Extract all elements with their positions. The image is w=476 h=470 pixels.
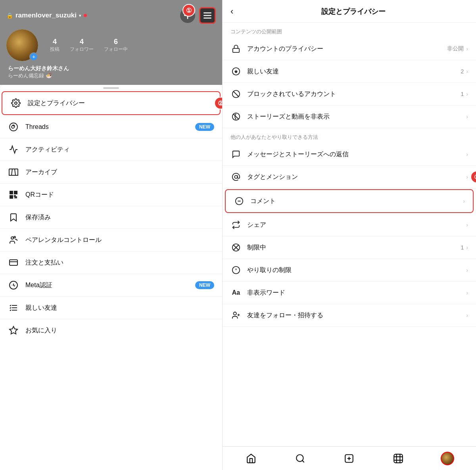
- back-button[interactable]: ‹: [230, 6, 233, 17]
- add-photo-button[interactable]: +: [29, 52, 38, 61]
- interactions-header: 他の人があなたとやり取りできる方法: [223, 128, 476, 143]
- star-icon: [230, 66, 242, 77]
- blocked-value: 1: [461, 91, 464, 97]
- follow-invite-label: 友達をフォロー・招待する: [247, 311, 466, 320]
- hidden-words-icon: Aa: [230, 287, 242, 298]
- chevron-right-icon: ›: [466, 222, 468, 228]
- parental-label: ペアレンタルコントロール: [25, 236, 214, 244]
- content-visibility-header: コンテンツの公開範囲: [223, 23, 476, 38]
- account-privacy-icon: [230, 43, 242, 54]
- annotation-2: ②: [214, 97, 222, 109]
- archive-icon: [8, 167, 19, 178]
- chevron-right-icon: ›: [466, 91, 468, 97]
- activity-icon: [8, 144, 19, 155]
- svg-rect-9: [10, 260, 17, 265]
- at-icon: [230, 171, 242, 182]
- threads-new-badge: NEW: [195, 123, 214, 131]
- svg-point-23: [234, 175, 237, 178]
- messages-stories-item[interactable]: メッセージとストーリーズへの返信 ›: [223, 143, 476, 166]
- hidden-words-item[interactable]: Aa 非表示ワード ›: [223, 282, 476, 304]
- chevron-right-icon: ›: [466, 113, 468, 120]
- archive-label: アーカイブ: [25, 168, 214, 176]
- chevron-down-icon: ▾: [79, 13, 81, 18]
- message-icon: [230, 149, 242, 160]
- menu-item-threads[interactable]: Threads NEW: [0, 116, 222, 138]
- qr-label: QRコード: [25, 191, 214, 199]
- svg-line-36: [302, 460, 304, 462]
- svg-point-8: [14, 236, 15, 238]
- orders-label: 注文と支払い: [25, 259, 214, 267]
- menu-item-parental[interactable]: ペアレンタルコントロール: [0, 229, 222, 251]
- menu-item-orders[interactable]: 注文と支払い: [0, 251, 222, 274]
- profile-nav-button[interactable]: [439, 450, 456, 467]
- svg-rect-6: [11, 196, 12, 198]
- svg-line-22: [234, 114, 239, 119]
- chevron-right-icon: ›: [466, 312, 468, 318]
- restricted-label: 制限中: [247, 244, 461, 252]
- share-icon: [230, 219, 242, 230]
- stories-hide-item[interactable]: ストーリーズと動画を非表示 ›: [223, 106, 476, 128]
- share-item[interactable]: シェア ›: [223, 214, 476, 236]
- add-post-nav-button[interactable]: [340, 450, 358, 467]
- follow-invite-item[interactable]: 友達をフォロー・招待する ›: [223, 304, 476, 327]
- comments-item[interactable]: コメント ›: [225, 189, 474, 213]
- close-friends-icon: [8, 302, 19, 313]
- profile-header: 🔒 ramenlover_suzuki ▾ ① +: [0, 0, 222, 85]
- bottom-navigation: [223, 446, 476, 470]
- orders-icon: [8, 257, 19, 268]
- menu-item-saved[interactable]: 保存済み: [0, 206, 222, 229]
- account-privacy-value: 非公開: [447, 45, 464, 52]
- svg-marker-18: [234, 69, 238, 73]
- menu-item-favorites[interactable]: お気に入り: [0, 319, 222, 341]
- bio-name: らーめん大好き鈴木さん: [8, 65, 214, 72]
- saved-label: 保存済み: [25, 213, 214, 222]
- stories-hide-icon: [230, 111, 242, 122]
- blocked-item[interactable]: ブロックされているアカウント 1 ›: [223, 83, 476, 106]
- reels-nav-button[interactable]: [390, 450, 407, 467]
- left-panel: 🔒 ramenlover_suzuki ▾ ① +: [0, 0, 222, 470]
- limits-item[interactable]: やり取りの制限 ›: [223, 259, 476, 282]
- online-dot: [84, 14, 87, 17]
- blocked-label: ブロックされているアカウント: [247, 90, 461, 98]
- chevron-right-icon: ›: [466, 151, 468, 157]
- home-nav-button[interactable]: [242, 450, 260, 467]
- menu-item-meta[interactable]: Meta認証 NEW: [0, 274, 222, 297]
- parental-icon: [8, 234, 19, 246]
- meta-label: Meta認証: [25, 281, 189, 290]
- hamburger-menu-button[interactable]: [199, 7, 216, 24]
- svg-point-7: [11, 237, 13, 239]
- following-stat: 6 フォロー中: [104, 38, 128, 53]
- account-privacy-item[interactable]: アカウントのプライバシー 非公開 ›: [223, 38, 476, 60]
- annotation-3: ③: [470, 171, 476, 183]
- account-privacy-label: アカウントのプライバシー: [247, 45, 447, 53]
- settings-header: ‹ 設定とプライバシー: [223, 0, 476, 23]
- settings-icon: [10, 98, 21, 109]
- threads-label: Threads: [25, 123, 189, 130]
- menu-item-archive[interactable]: アーカイブ: [0, 161, 222, 184]
- restricted-item[interactable]: 制限中 1 ›: [223, 236, 476, 259]
- comments-label: コメント: [250, 197, 463, 205]
- chevron-right-icon: ›: [466, 290, 468, 296]
- close-friends-item[interactable]: 親しい友達 2 ›: [223, 60, 476, 83]
- limits-label: やり取りの制限: [247, 266, 466, 274]
- settings-title: 設定とプライバシー: [239, 7, 468, 16]
- close-friends-label: 親しい友達: [25, 304, 214, 312]
- comment-icon: [234, 196, 245, 207]
- blocked-icon: [230, 88, 242, 100]
- meta-icon: [8, 280, 19, 291]
- restricted-value: 1: [461, 244, 464, 251]
- restricted-icon: [230, 242, 242, 253]
- close-friends-value: 2: [461, 68, 464, 75]
- menu-item-close-friends[interactable]: 親しい友達: [0, 297, 222, 319]
- favorites-icon: [8, 325, 19, 336]
- qr-icon: [8, 189, 19, 200]
- favorites-label: お気に入り: [25, 326, 214, 335]
- svg-line-20: [234, 92, 239, 97]
- search-nav-button[interactable]: [292, 450, 309, 467]
- menu-sheet: 設定とプライバシー ② Threads NEW アクティビティ アーカイブ: [0, 83, 222, 470]
- menu-item-activity[interactable]: アクティビティ: [0, 138, 222, 161]
- menu-item-qr[interactable]: QRコード: [0, 184, 222, 206]
- right-panel: ‹ 設定とプライバシー コンテンツの公開範囲 アカウントのプライバシー 非公開 …: [222, 0, 476, 470]
- tags-mentions-item[interactable]: タグとメンション › ③: [223, 166, 476, 188]
- settings-menu-item[interactable]: 設定とプライバシー ②: [2, 91, 221, 115]
